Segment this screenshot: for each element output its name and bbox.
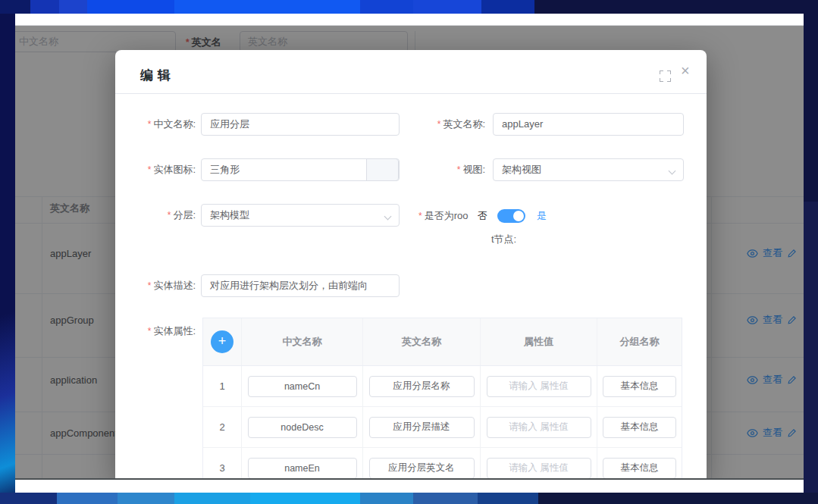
name-cn-label-text: 中文名称: (153, 118, 196, 130)
required-marker: * (148, 326, 152, 337)
frame-top-band (0, 0, 818, 14)
attribute-table: + 中文名称 英文名称 属性值 分组名称 1 nameCn 应用分层名称 请输入… (202, 318, 682, 480)
attr-name-en-input[interactable]: 应用分层英文名 (369, 458, 475, 479)
edit-dialog: 编辑 × *中文名称: 应用分层 *英文名称: appLayer *实体图标: … (115, 50, 707, 480)
add-attribute-button[interactable]: + (211, 330, 233, 353)
attribute-row: 1 nameCn 应用分层名称 请输入 属性值 基本信息 (203, 366, 682, 407)
chevron-down-icon (669, 167, 676, 175)
attr-name-cn-input[interactable]: nameCn (248, 376, 357, 397)
is-root-label-line1: 是否为roo (425, 210, 469, 221)
name-en-input[interactable]: appLayer (493, 113, 684, 136)
row-index: 2 (203, 407, 242, 447)
frame-left-band (0, 0, 15, 504)
required-marker: * (437, 119, 441, 130)
entity-attrs-label: *实体属性: (115, 320, 196, 343)
header-name-cn: 中文名称 (242, 318, 363, 365)
entity-icon-value: 三角形 (210, 164, 240, 175)
attr-value-input[interactable]: 请输入 属性值 (487, 376, 591, 397)
entity-icon-label: *实体图标: (115, 158, 196, 181)
header-divider (115, 93, 707, 94)
close-icon[interactable]: × (681, 63, 690, 78)
entity-icon-label-text: 实体图标: (153, 164, 196, 175)
name-en-label-text: 英文名称: (443, 118, 485, 130)
attribute-row: 3 nameEn 应用分层英文名 请输入 属性值 基本信息 (203, 448, 682, 480)
entity-desc-input[interactable]: 对应用进行架构层次划分，由前端向 (201, 274, 400, 297)
required-marker: * (148, 119, 152, 130)
attr-value-input[interactable]: 请输入 属性值 (487, 417, 591, 438)
row-index: 1 (203, 366, 242, 406)
view-label-text: 视图: (462, 164, 485, 175)
attribute-row: 2 nodeDesc 应用分层描述 请输入 属性值 基本信息 (203, 407, 682, 448)
attr-group-input[interactable]: 基本信息 (603, 458, 676, 479)
attr-name-cn-input[interactable]: nodeDesc (248, 417, 357, 438)
attribute-table-header: + 中文名称 英文名称 属性值 分组名称 (203, 318, 682, 366)
layer-label: *分层: (115, 204, 196, 227)
layer-label-text: 分层: (173, 209, 196, 221)
entity-desc-label: *实体描述: (115, 274, 196, 297)
row-index: 3 (203, 448, 242, 480)
entity-icon-input[interactable]: 三角形 (201, 158, 400, 181)
attr-group-input[interactable]: 基本信息 (603, 417, 676, 438)
entity-attrs-label-text: 实体属性: (153, 325, 196, 337)
page-content: 中文名称 *英文名 英文名称 英文名称 appLayer appGroup ap… (15, 25, 804, 480)
is-root-label-line2: t节点: (491, 233, 516, 246)
name-cn-input[interactable]: 应用分层 (201, 113, 400, 136)
toggle-knob (513, 211, 524, 221)
header-group-name: 分组名称 (597, 318, 682, 365)
is-root-label: *是否为roo (418, 209, 468, 223)
frame-right-band (804, 0, 818, 504)
layer-select-value: 架构模型 (210, 209, 249, 221)
attr-name-cn-input[interactable]: nameEn (248, 458, 357, 479)
header-name-en: 英文名称 (363, 318, 481, 365)
name-en-label: *英文名称: (418, 113, 485, 136)
attr-group-input[interactable]: 基本信息 (603, 376, 676, 397)
attr-name-en-input[interactable]: 应用分层名称 (369, 376, 475, 397)
root-toggle[interactable] (497, 209, 525, 223)
required-marker: * (418, 211, 422, 221)
toggle-off-label: 否 (478, 209, 487, 223)
frame-bottom-band (0, 493, 818, 504)
entity-desc-label-text: 实体描述: (153, 280, 196, 291)
required-marker: * (148, 280, 152, 291)
required-marker: * (148, 164, 152, 175)
icon-picker-button[interactable] (366, 158, 399, 181)
attr-value-input[interactable]: 请输入 属性值 (487, 458, 591, 479)
name-cn-label: *中文名称: (115, 113, 196, 136)
header-attr-value: 属性值 (481, 318, 597, 365)
toggle-on-label: 是 (537, 209, 547, 223)
view-select[interactable]: 架构视图 (493, 158, 684, 181)
layer-select[interactable]: 架构模型 (201, 204, 400, 227)
attr-name-en-input[interactable]: 应用分层描述 (369, 417, 475, 438)
view-label: *视图: (418, 158, 485, 181)
dialog-title: 编辑 (140, 67, 175, 84)
required-marker: * (168, 210, 171, 221)
view-select-value: 架构视图 (502, 164, 541, 175)
fullscreen-icon[interactable] (660, 70, 671, 82)
browser-window: 中文名称 *英文名 英文名称 英文名称 appLayer appGroup ap… (15, 14, 804, 493)
required-marker: * (457, 164, 461, 175)
chevron-down-icon (384, 213, 392, 221)
